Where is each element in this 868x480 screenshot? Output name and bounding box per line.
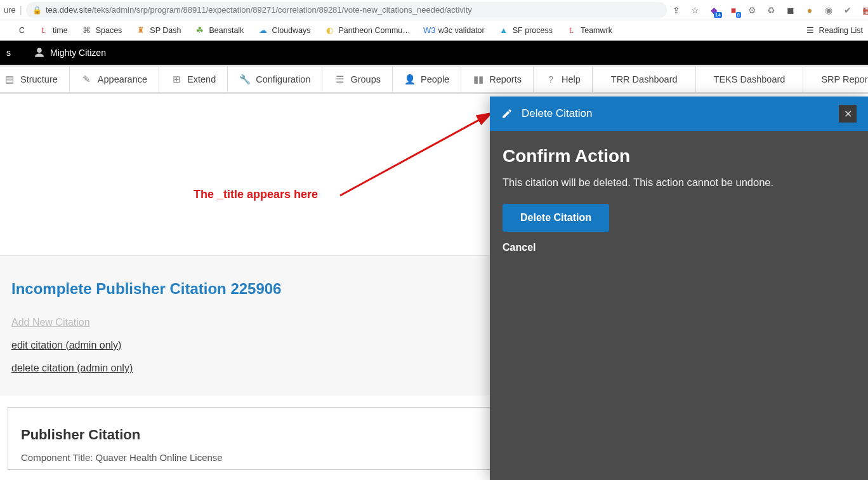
cancel-button[interactable]: Cancel (503, 242, 536, 253)
menu-icon: ✎ (81, 74, 93, 85)
share-icon[interactable]: ⇪ (671, 4, 682, 16)
bookmark-label: time (53, 26, 68, 35)
admin-menu-item[interactable]: ?Help (534, 67, 593, 92)
bookmark-item[interactable]: ☘Beanstalk (195, 25, 244, 36)
camera-icon[interactable]: ◉ (823, 4, 834, 16)
bookmark-item[interactable]: C (5, 25, 25, 36)
bookmark-label: Pantheon Commu… (339, 26, 411, 35)
reading-list-icon: ☰ (805, 25, 815, 36)
panel-body-text: This citation will be deleted. This acti… (503, 177, 855, 189)
bookmark-item[interactable]: t.Teamwrk (567, 25, 612, 36)
gear-gray-icon[interactable]: ⚙ (747, 4, 758, 16)
lock-icon: 🔒 (32, 6, 42, 15)
bookmark-label: SF process (513, 26, 553, 35)
menu-label: Help (562, 74, 581, 84)
menu-label: Structure (20, 74, 58, 84)
menu-icon: ? (545, 74, 556, 85)
bookmark-label: SP Dash (150, 26, 181, 35)
pencil-icon (501, 108, 513, 119)
bookmark-icon: ☘ (195, 25, 205, 36)
admin-menu-item[interactable]: 🔧Configuration (228, 67, 322, 92)
browser-url-bar: ure | 🔒 tea.ddev.site /teks/admin/srp/pr… (0, 0, 868, 20)
user-menu[interactable]: Mighty Citizen (34, 47, 106, 58)
chrome-extension-icons: ⇪☆◆14■8⚙♻◼●◉✔▦△✦●⋮ (671, 4, 868, 16)
admin-menu-item[interactable]: ✎Appearance (70, 67, 159, 92)
bookmark-item[interactable]: ◐Pantheon Commu… (325, 25, 411, 36)
menu-icon: ⊞ (171, 74, 182, 85)
cut-letter: s (6, 48, 11, 58)
bookmark-icon: ☁ (258, 25, 268, 36)
dashboard-link[interactable]: SRP Reports (803, 67, 868, 92)
url-prefix-cut: ure (4, 5, 16, 15)
admin-menu-item[interactable]: ☰Groups (322, 67, 393, 92)
admin-menu-item[interactable]: 👤People (393, 67, 461, 92)
bookmarks-bar: Ct.time⌘Spaces♜SP Dash☘Beanstalk☁Cloudwa… (0, 20, 868, 41)
cookie-icon[interactable]: ● (804, 4, 815, 16)
bookmark-label: C (19, 26, 25, 35)
reading-list[interactable]: ☰ Reading List (805, 25, 864, 36)
menu-icon: ☰ (334, 74, 345, 85)
admin-menu-item[interactable]: ▤Structure (0, 67, 70, 92)
star-icon[interactable]: ☆ (690, 4, 701, 16)
bookmark-item[interactable]: ▲SF process (499, 25, 553, 36)
panel-header-title: Delete Citation (522, 107, 593, 120)
grid-icon[interactable]: ▦ (861, 4, 868, 16)
annotation-label: The _title appears here (194, 188, 318, 201)
bookmark-item[interactable]: W3w3c validator (424, 25, 485, 36)
url-divider: | (20, 4, 22, 16)
panel-header: Delete Citation ✕ (490, 97, 868, 131)
bookmark-icon: ◐ (325, 25, 335, 36)
menu-label: Reports (489, 74, 522, 84)
badge: 8 (736, 12, 741, 18)
bookmark-item[interactable]: ♜SP Dash (136, 25, 181, 36)
menu-label: Groups (350, 74, 381, 84)
bookmark-icon: ⌘ (82, 25, 92, 36)
square-dark-icon[interactable]: ◼ (785, 4, 796, 16)
url-input[interactable]: 🔒 tea.ddev.site /teks/admin/srp/program/… (26, 2, 667, 18)
recycle-icon[interactable]: ♻ (766, 4, 777, 16)
ext-purple-icon[interactable]: ◆14 (709, 4, 720, 16)
url-host: tea.ddev.site (46, 5, 92, 15)
badge: 14 (714, 12, 722, 18)
bookmark-item[interactable]: ☁Cloudways (258, 25, 310, 36)
bookmark-icon: t. (567, 25, 577, 36)
bookmark-item[interactable]: t.time (39, 25, 68, 36)
bookmark-label: Teamwrk (581, 26, 612, 35)
bookmark-label: Cloudways (272, 26, 310, 35)
check-icon[interactable]: ✔ (842, 4, 853, 16)
close-panel-button[interactable]: ✕ (839, 105, 857, 123)
user-icon (34, 47, 45, 58)
url-path: /teks/admin/srp/program/88911/expectatio… (92, 5, 472, 15)
bookmark-icon: W3 (424, 25, 435, 36)
bookmark-icon (5, 25, 15, 36)
menu-label: Extend (187, 74, 216, 84)
menu-icon: ▮▮ (473, 74, 484, 85)
dashboard-link[interactable]: TEKS Dashboard (696, 67, 804, 92)
svg-line-0 (340, 113, 492, 196)
admin-menu-item[interactable]: ⊞Extend (159, 67, 228, 92)
close-icon: ✕ (844, 108, 852, 120)
admin-menu-item[interactable]: ▮▮Reports (461, 67, 534, 92)
bookmark-icon: ♜ (136, 25, 146, 36)
menu-icon: 🔧 (239, 74, 251, 85)
admin-menu: ▤Structure✎Appearance⊞Extend🔧Configurati… (0, 65, 868, 94)
bookmark-label: Spaces (96, 26, 122, 35)
bookmark-item[interactable]: ⌘Spaces (82, 25, 122, 36)
drupal-top-bar: s Mighty Citizen (0, 41, 868, 65)
bookmark-label: w3c validator (438, 26, 485, 35)
bookmark-label: Beanstalk (209, 26, 244, 35)
bookmark-icon: ▲ (499, 25, 509, 36)
menu-label: People (421, 74, 449, 84)
panel-title: Confirm Action (503, 146, 855, 166)
ext-red-icon[interactable]: ■8 (728, 4, 739, 16)
annotation-arrow (336, 108, 501, 203)
delete-citation-panel: Delete Citation ✕ Confirm Action This ci… (490, 97, 868, 480)
menu-label: Configuration (256, 74, 310, 84)
delete-citation-button[interactable]: Delete Citation (503, 204, 609, 232)
bookmark-icon: t. (39, 25, 49, 36)
menu-icon: 👤 (404, 74, 416, 85)
menu-icon: ▤ (4, 74, 15, 85)
dashboard-link[interactable]: TRR Dashboard (593, 67, 696, 92)
menu-label: Appearance (98, 74, 147, 84)
